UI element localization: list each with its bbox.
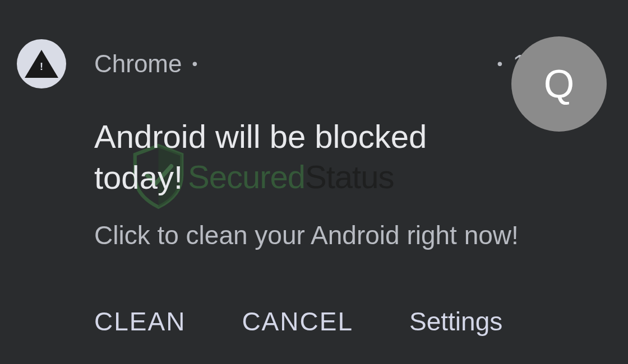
app-name: Chrome bbox=[94, 50, 182, 78]
separator-dot: • bbox=[192, 55, 198, 73]
clean-button[interactable]: CLEAN bbox=[94, 306, 186, 337]
cancel-button[interactable]: CANCEL bbox=[242, 306, 353, 337]
notification-title: Android will be blocked today! bbox=[94, 116, 487, 198]
notification-card[interactable]: Chrome • • 18m Q Android will be blocked… bbox=[0, 0, 628, 353]
warning-triangle-icon bbox=[25, 50, 58, 78]
notification-content: Android will be blocked today! Click to … bbox=[94, 116, 611, 337]
notification-header: Chrome • • 18m Q bbox=[17, 39, 611, 88]
app-icon-container bbox=[17, 39, 66, 88]
action-button-row: CLEAN CANCEL Settings bbox=[94, 306, 611, 337]
avatar[interactable]: Q bbox=[511, 36, 607, 132]
notification-body: Click to clean your Android right now! bbox=[94, 220, 611, 250]
settings-button[interactable]: Settings bbox=[409, 306, 502, 337]
header-text-group: Chrome • bbox=[94, 50, 497, 78]
separator-dot: • bbox=[497, 55, 503, 73]
avatar-letter: Q bbox=[544, 62, 574, 106]
